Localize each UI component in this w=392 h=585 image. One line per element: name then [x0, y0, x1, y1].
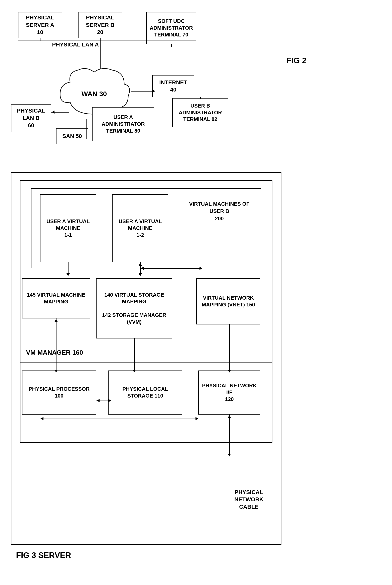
user-a-vm1: USER A VIRTUAL MACHINE 1-1: [40, 194, 96, 262]
vm-mapping-box: 145 VIRTUAL MACHINE MAPPING: [22, 278, 90, 318]
arrow-vm1-down: [66, 273, 70, 276]
line-serverA-lan: [40, 38, 40, 41]
arrow-netif-up: [228, 415, 231, 418]
arrow-proc-right: [108, 399, 111, 402]
physical-lan-b: PHYSICAL LAN B 60: [11, 104, 51, 132]
soft-udc-terminal: SOFT UDC ADMINISTRATOR TERMINAL 70: [146, 12, 196, 44]
physical-lan-a-label: PHYSICAL LAN A: [52, 41, 99, 48]
arrow-bottom-left: [41, 417, 44, 420]
arrow-vmmapping-up: [54, 319, 58, 322]
internet-box: INTERNET 40: [152, 75, 194, 97]
physical-server-a: PHYSICAL SERVER A 10: [18, 12, 62, 38]
san-box: SAN 50: [56, 128, 88, 144]
line-storage-down: [134, 338, 134, 371]
line-vm1-down: [68, 262, 68, 274]
physical-network-if-box: PHYSICAL NETWORK I/F 120: [198, 371, 260, 415]
physical-server-b: PHYSICAL SERVER B 20: [78, 12, 122, 38]
arrow-proc-left: [97, 399, 100, 402]
arrow-netif-down: [228, 454, 231, 456]
line-vnet-netif: [229, 324, 230, 371]
arrow-userb-left: [141, 267, 144, 270]
divider-line: [20, 363, 272, 363]
virtual-machines-user-b: VIRTUAL MACHINES OF USER B 200: [184, 200, 254, 222]
physical-processor-box: PHYSICAL PROCESSOR 100: [22, 371, 96, 415]
user-a-admin-terminal: USER A ADMINISTRATOR TERMINAL 80: [92, 107, 154, 141]
diagram-container: FIG 2 PHYSICAL SERVER A 10 PHYSICAL SERV…: [0, 0, 392, 585]
line-netif-cable: [229, 415, 230, 455]
line-bottom-horizontal: [40, 419, 196, 419]
line-wan-down: [86, 119, 86, 139]
virtual-storage-mapping-box: 140 VIRTUAL STORAGE MAPPING 142 STORAGE …: [96, 278, 172, 338]
line-softudc-lan: [171, 44, 172, 47]
svg-text:WAN  30: WAN 30: [82, 90, 107, 97]
arrow-userb-right: [200, 267, 202, 270]
arrow-vm2-up: [138, 263, 142, 266]
line-wan-internet: [131, 91, 153, 91]
user-b-admin-terminal: USER B ADMINISTRATOR TERMINAL 82: [172, 98, 228, 127]
physical-lan-a-line: [18, 40, 196, 40]
vnet-box: VIRTUAL NETWORK MAPPING (VNET) 150: [196, 278, 260, 324]
user-a-vm2: USER A VIRTUAL MACHINE 1-2: [112, 194, 168, 262]
fig2-label: FIG 2: [286, 56, 306, 65]
fig3-label: FIG 3 SERVER: [16, 551, 71, 560]
arrow-wan-lanb: [52, 110, 54, 114]
line-internet-userb: [200, 97, 201, 99]
line-vmmapping-processor: [56, 318, 56, 371]
vm-manager-label: VM MANAGER 160: [26, 349, 83, 357]
arrow-vm2-down: [138, 273, 142, 276]
physical-local-storage-box: PHYSICAL LOCAL STORAGE 110: [108, 371, 182, 415]
arrow-vnet-down: [228, 370, 231, 373]
line-userb-horizontal: [140, 268, 200, 269]
arrow-vmmapping-down: [54, 370, 58, 373]
arrow-wan-internet: [152, 89, 155, 93]
arrow-bottom-right: [196, 417, 198, 420]
arrow-storage-down: [132, 370, 136, 373]
physical-network-cable-label: PHYSICAL NETWORK CABLE: [234, 489, 264, 511]
